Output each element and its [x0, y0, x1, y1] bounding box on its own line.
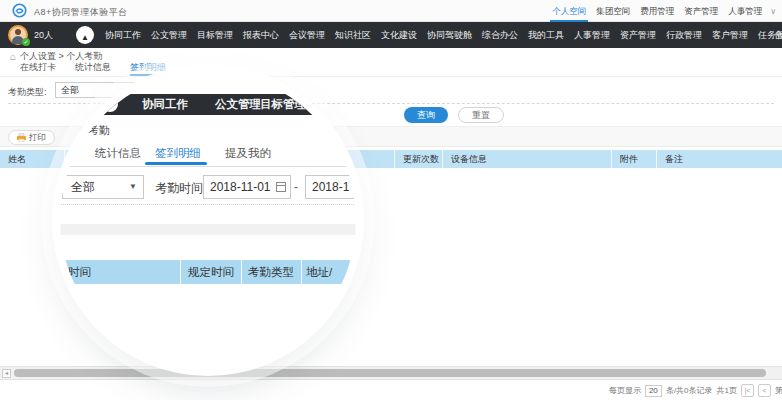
seeyon-logo-icon	[12, 3, 27, 18]
magnified-tab-divider	[60, 166, 356, 167]
scroll-left-arrow-icon[interactable]: ◄	[2, 369, 11, 378]
print-button[interactable]: 打印	[8, 130, 55, 145]
date-to-value: 2018-1	[312, 180, 349, 194]
prev-page-button[interactable]: <	[758, 384, 771, 397]
magnified-col-sep-3	[301, 260, 302, 284]
tab-online-punch[interactable]: 在线打卡	[20, 60, 56, 76]
magnified-tab-statistics: 统计信息	[95, 146, 141, 161]
main-nav-bar: ✓ 20人 ▲ 协同工作 公文管理 目标管理 报表中心 会议管理 知识社区 文化…	[0, 22, 782, 48]
magnified-nav-collab: 协同工作	[142, 94, 188, 115]
nav-item-cockpit[interactable]: 协同驾驶舱	[427, 29, 472, 42]
magnified-caret-down-icon: ▼	[129, 176, 137, 198]
nav-item-admin[interactable]: 行政管理	[666, 29, 702, 42]
magnified-table-header: 时间 规定时间 考勤类型 地址/	[60, 260, 356, 284]
col-update-count[interactable]: 更新次数	[395, 150, 443, 168]
per-page-label: 每页显示	[609, 385, 641, 396]
menu-asset-mgmt[interactable]: 资产管理	[682, 0, 720, 22]
nav-item-report[interactable]: 报表中心	[243, 29, 279, 42]
attendance-type-value: 全部	[61, 85, 79, 95]
col-name[interactable]: 姓名	[0, 150, 65, 168]
print-label: 打印	[29, 131, 46, 144]
app-launcher-icon[interactable]: ▲	[76, 26, 94, 44]
page-size-input[interactable]	[645, 385, 662, 397]
horizontal-scrollbar[interactable]: ◄	[0, 366, 782, 379]
search-button[interactable]: 查询	[404, 107, 448, 123]
menu-group-space[interactable]: 集团空间	[594, 0, 632, 22]
tab-statistics[interactable]: 统计信息	[75, 60, 111, 76]
tab-signin-detail[interactable]: 签到明细	[130, 60, 166, 76]
first-page-button[interactable]: |<	[741, 384, 754, 397]
top-bar: A8+协同管理体验平台 个人空间 集团空间 费用管理 资产管理 人事管理 ∨	[0, 0, 782, 22]
magnified-time-label: 考勤时间 :	[155, 180, 210, 197]
magnified-col-sep-2	[241, 260, 242, 284]
magnifier-circle: ▲ 协同工作 公文管理 目标管理 考勤 统计信息 签到明细 提及我的 全部 ▼ …	[60, 72, 356, 368]
pagination-bar: 每页显示 条/共0条记录 共1页 |< < 第	[0, 379, 782, 400]
page-jump-label: 第	[775, 385, 782, 396]
magnified-nav-official-doc: 公文管理	[215, 94, 261, 115]
nav-item-official-doc[interactable]: 公文管理	[151, 29, 187, 42]
nav-item-my-tools[interactable]: 我的工具	[528, 29, 564, 42]
nav-item-hr[interactable]: 人事管理	[574, 29, 610, 42]
total-pages-label: 共1页	[717, 385, 737, 396]
magnified-type-select: 全部 ▼	[62, 175, 144, 199]
nav-item-meeting[interactable]: 会议管理	[289, 29, 325, 42]
nav-item-collab[interactable]: 协同工作	[105, 29, 141, 42]
attendance-type-label: 考勤类型:	[8, 86, 47, 99]
scrollbar-thumb[interactable]	[14, 369, 766, 377]
magnified-col-type: 考勤类型	[248, 260, 294, 284]
magnified-type-value: 全部	[71, 180, 95, 194]
date-from-value: 2018-11-01	[210, 180, 271, 194]
magnified-app-launcher-icon: ▲	[102, 96, 118, 112]
online-status-icon: ✓	[22, 38, 30, 46]
workspace-menu: 个人空间 集团空间 费用管理 资产管理 人事管理 ∨	[550, 0, 776, 22]
calendar-icon	[276, 182, 286, 192]
magnified-active-tab-underline	[145, 162, 207, 165]
chevron-down-icon[interactable]: ∨	[770, 7, 776, 16]
printer-icon	[17, 133, 26, 142]
magnified-col-sep-1	[180, 260, 181, 284]
nav-item-knowledge[interactable]: 知识社区	[335, 29, 371, 42]
col-attachment[interactable]: 附件	[612, 150, 657, 168]
pager: 每页显示 条/共0条记录 共1页 |< < 第	[609, 380, 782, 400]
col-device-info[interactable]: 设备信息	[443, 150, 612, 168]
app-glyph: ▲	[81, 29, 89, 47]
col-remark[interactable]: 备注	[657, 150, 782, 168]
magnified-date-to: 2018-1	[305, 175, 356, 199]
menu-hr-mgmt[interactable]: 人事管理	[726, 0, 764, 22]
magnified-col-address: 地址/	[306, 260, 332, 284]
menu-personal-space[interactable]: 个人空间	[550, 0, 588, 22]
nav-menu: 协同工作 公文管理 目标管理 报表中心 会议管理 知识社区 文化建设 协同驾驶舱…	[105, 22, 782, 48]
menu-expense-mgmt[interactable]: 费用管理	[638, 0, 676, 22]
magnified-tab-signin-detail: 签到明细	[155, 146, 201, 161]
magnified-tab-mentions: 提及我的	[225, 146, 271, 161]
nav-item-asset[interactable]: 资产管理	[620, 29, 656, 42]
magnified-date-from: 2018-11-01	[203, 175, 291, 199]
reset-button[interactable]: 重置	[458, 107, 504, 123]
magnified-dotted-divider	[60, 204, 356, 205]
nav-item-customer[interactable]: 客户管理	[712, 29, 748, 42]
nav-item-office[interactable]: 综合办公	[482, 29, 518, 42]
magnified-nav-goal: 目标管理	[260, 94, 306, 115]
nav-item-culture[interactable]: 文化建设	[381, 29, 417, 42]
query-actions: 查询 重置	[404, 107, 504, 123]
tab-strip: 在线打卡 统计信息 签到明细	[0, 60, 782, 77]
magnified-toolbar-band	[60, 224, 356, 235]
records-label: 条/共0条记录	[666, 385, 713, 396]
nav-item-contract[interactable]: 合同管理	[774, 29, 782, 42]
magnified-col-scheduled-time: 规定时间	[188, 260, 234, 284]
user-count: 20人	[34, 22, 53, 48]
nav-item-goal[interactable]: 目标管理	[197, 29, 233, 42]
platform-title: A8+协同管理体验平台	[34, 6, 128, 19]
app-window: A8+协同管理体验平台 个人空间 集团空间 费用管理 资产管理 人事管理 ∨ ✓…	[0, 0, 782, 400]
magnified-range-dash: -	[294, 180, 298, 194]
